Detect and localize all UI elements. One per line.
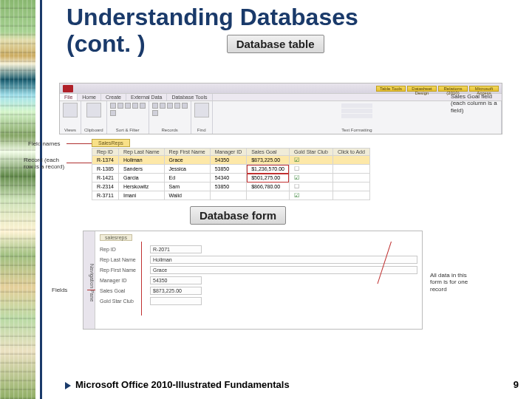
red-rule: [141, 242, 142, 316]
ribbon: Table Tools Datasheet Design Relations (…: [59, 83, 502, 134]
ribbon-group-sort: Sort & Filter: [107, 101, 149, 134]
col-header[interactable]: Rep First Name: [164, 149, 210, 156]
checkbox-icon[interactable]: [294, 157, 299, 163]
callout-form-wrap: Database form: [46, 206, 430, 225]
table-row: R-3711ImaniWalid: [92, 191, 370, 200]
form-row: Rep IDR-2071: [100, 245, 417, 253]
form-object-tab[interactable]: salesreps: [100, 234, 132, 241]
callout-database-table: Database table: [227, 35, 324, 53]
ribbon-group-views: Views: [60, 101, 81, 134]
filter-icon[interactable]: [110, 110, 116, 116]
totals-icon[interactable]: [174, 103, 180, 109]
callout-database-form: Database form: [190, 206, 286, 225]
decorative-strip: [0, 0, 35, 399]
table-row: R-1374HollmanGrace54350$873,225.00: [92, 156, 370, 165]
ribbon-group-label: Find: [197, 128, 206, 132]
view-icon[interactable]: [63, 103, 78, 117]
field-input[interactable]: 54350: [150, 276, 202, 284]
col-header[interactable]: Rep ID: [92, 149, 119, 156]
footer-text: Microsoft Office 2010-Illustrated Fundam…: [75, 379, 290, 390]
field-label: Rep Last Name: [100, 257, 146, 262]
navigation-pane[interactable]: Navigation Pane: [83, 231, 95, 329]
col-header[interactable]: Manager ID: [210, 149, 247, 156]
find-icon[interactable]: [194, 103, 209, 117]
more-icon[interactable]: [152, 110, 158, 116]
db-form-screenshot: Fields All data in this form is for one …: [83, 231, 467, 330]
delete-icon[interactable]: [167, 103, 173, 109]
ribbon-group-label: Clipboard: [84, 128, 103, 132]
form-row: Rep Last NameHollman: [100, 256, 417, 264]
field-input[interactable]: $873,225.00: [150, 287, 202, 295]
ribbon-tab[interactable]: File: [60, 94, 78, 100]
new-icon[interactable]: [152, 103, 158, 109]
ribbon-tab[interactable]: External Data: [126, 94, 167, 100]
col-header[interactable]: Click to Add: [332, 149, 369, 156]
red-line: [66, 163, 92, 163]
annot-salesgoal: Sales Goal field (each column is a field…: [451, 93, 499, 114]
datasheet-tab[interactable]: SalesReps: [92, 139, 130, 147]
field-input[interactable]: R-2071: [150, 245, 202, 253]
contextual-tab: Microsoft Access: [469, 86, 499, 92]
filter-icon[interactable]: [132, 103, 138, 109]
header-row: Rep ID Rep Last Name Rep First Name Mana…: [92, 149, 370, 156]
table-row: R-1421GarciaEd54340$501,275.00: [92, 174, 370, 183]
field-label: Sales Goal: [100, 288, 146, 293]
slide-content: Understanding Databases (cont. ) Databas…: [46, 0, 532, 399]
red-line: [66, 143, 92, 144]
ribbon-group-label: Sort & Filter: [116, 128, 140, 132]
ribbon-tabs: File Home Create External Data Database …: [60, 94, 502, 101]
field-input[interactable]: [150, 297, 202, 305]
ribbon-group-label: Records: [162, 128, 178, 132]
ribbon-tab[interactable]: Home: [78, 94, 101, 100]
form-row: Gold Star Club: [100, 297, 417, 305]
slide-title-line2: (cont. ): [66, 30, 146, 58]
title-block: Understanding Databases (cont. ) Databas…: [46, 0, 532, 58]
contextual-tab: Datasheet Design: [407, 86, 437, 92]
table-row: R-2314HerskowitzSam53850$866,780.00: [92, 183, 370, 191]
col-header[interactable]: Sales Goal: [247, 149, 290, 156]
footer: Microsoft Office 2010-Illustrated Fundam…: [65, 379, 290, 390]
spelling-icon[interactable]: [182, 103, 188, 109]
ribbon-tab[interactable]: Database Tools: [167, 94, 212, 100]
form-row: Sales Goal$873,225.00: [100, 287, 417, 295]
triangle-icon: [65, 382, 71, 389]
paste-icon[interactable]: [86, 103, 101, 117]
col-header[interactable]: Gold Star Club: [289, 149, 332, 156]
checkbox-icon[interactable]: [294, 184, 299, 189]
slide-title-line1: Understanding Databases: [66, 4, 532, 30]
vertical-rule: [40, 0, 42, 399]
ribbon-body: Views Clipboard Sort & Filter Records Fi…: [60, 101, 502, 134]
filter-icon[interactable]: [125, 103, 131, 109]
ribbon-group-clipboard: Clipboard: [81, 101, 107, 134]
table-row: R-1385SandersJessica53850$1,236,570.00: [92, 165, 370, 174]
save-icon[interactable]: [160, 103, 166, 109]
sort-icon[interactable]: [117, 103, 123, 109]
field-label: Rep ID: [100, 247, 146, 252]
page-number: 9: [514, 379, 519, 390]
ribbon-group-find: Find: [191, 101, 213, 134]
form-row: Manager ID54350: [100, 276, 417, 284]
app-button[interactable]: [63, 85, 73, 92]
window-titlebar: Table Tools Datasheet Design Relations (…: [60, 83, 502, 94]
checkbox-icon[interactable]: [294, 166, 299, 171]
field-label: Manager ID: [100, 278, 146, 283]
field-label: Rep First Name: [100, 267, 146, 273]
form-row: Rep First NameGrace: [100, 266, 417, 274]
form-body: salesreps Rep IDR-2071 Rep Last NameHoll…: [95, 231, 422, 329]
datasheet-grid: Rep ID Rep Last Name Rep First Name Mana…: [92, 148, 370, 200]
checkbox-icon[interactable]: [294, 175, 299, 180]
ribbon-group-label: Text Formatting: [341, 128, 372, 132]
field-input[interactable]: Grace: [150, 266, 417, 274]
annot-record: Record (each row is a record): [24, 157, 68, 170]
ribbon-tab[interactable]: Create: [101, 94, 126, 100]
col-header[interactable]: Rep Last Name: [118, 149, 164, 156]
contextual-tab: Table Tools: [376, 86, 406, 92]
checkbox-icon[interactable]: [294, 193, 299, 198]
filter-icon[interactable]: [140, 103, 146, 109]
db-table-screenshot: Field names Record (each row is a record…: [59, 83, 502, 200]
field-label: Gold Star Club: [100, 299, 146, 304]
annot-all-data: All data in this form is for one record: [430, 272, 476, 293]
field-input[interactable]: Hollman: [150, 256, 417, 264]
sort-icon[interactable]: [110, 103, 116, 109]
ribbon-group-label: Views: [64, 128, 76, 132]
